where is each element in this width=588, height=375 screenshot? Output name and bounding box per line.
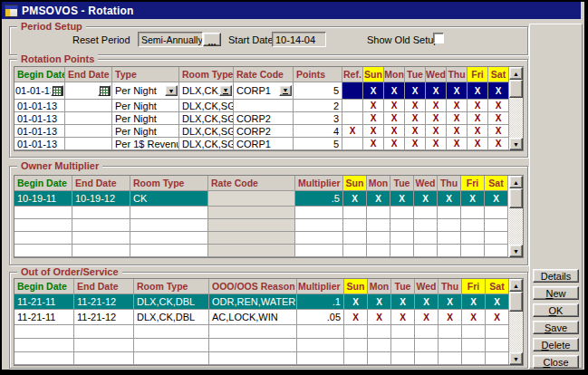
day-cell-sat[interactable]: X	[488, 100, 509, 112]
points-cell[interactable]: 5	[294, 138, 342, 150]
day-cell-sat[interactable]: X	[485, 191, 508, 207]
room-type-cell[interactable]: CK	[130, 191, 208, 207]
rate-code-cell[interactable]: CORP1 ▼	[234, 82, 294, 100]
end-date-cell[interactable]: 11-21-12	[74, 310, 134, 325]
scroll-down-icon[interactable]: ▼	[509, 352, 523, 365]
type-cell[interactable]: Per Night	[112, 125, 179, 138]
day-cell-mon[interactable]: X	[384, 125, 405, 138]
day-cell-fri[interactable]: X	[468, 125, 488, 138]
day-cell-sat[interactable]: X	[486, 294, 509, 310]
delete-button[interactable]: Delete	[533, 338, 579, 351]
day-cell-mon[interactable]: X	[384, 138, 405, 150]
begin-date-cell[interactable]: 11-21-11	[14, 294, 74, 310]
reset-period-field[interactable]: Semi-Annually	[138, 32, 203, 47]
rate-code-cell[interactable]	[208, 191, 295, 207]
close-button[interactable]: Close	[533, 355, 579, 369]
rate-code-cell[interactable]: CORP2	[234, 112, 294, 125]
begin-date-cell[interactable]: 01-01-13	[14, 138, 65, 150]
day-cell-thu[interactable]: X	[438, 191, 461, 207]
calendar-button[interactable]	[98, 85, 111, 96]
scroll-down-icon[interactable]: ▼	[509, 138, 523, 150]
day-cell-wed[interactable]: X	[415, 310, 439, 325]
room-type-cell[interactable]: DLX,CK,SGK,KO	[179, 112, 234, 125]
type-cell[interactable]: Per Night	[112, 112, 179, 125]
scroll-down-icon[interactable]: ▼	[509, 245, 523, 257]
lov-button[interactable]: ▼	[219, 85, 232, 96]
rotation-scrollbar[interactable]: ▲ ▼	[509, 67, 523, 150]
chevron-down-icon[interactable]: ▼	[165, 85, 178, 96]
day-cell-tue[interactable]: X	[405, 125, 426, 138]
day-cell-wed[interactable]: X	[426, 138, 447, 150]
points-cell[interactable]: 3	[294, 112, 342, 125]
rate-code-cell[interactable]: CORP1	[234, 138, 294, 150]
new-button[interactable]: New	[533, 286, 579, 300]
begin-date-cell[interactable]: 01-01-13	[14, 100, 65, 112]
day-cell-fri[interactable]: X	[468, 112, 488, 125]
room-type-cell[interactable]: DLX,CK,SGK,KO ▼	[179, 82, 234, 100]
day-cell-mon[interactable]: X	[384, 82, 405, 100]
day-cell-sun[interactable]: X	[344, 310, 368, 325]
scrollbar-thumb[interactable]	[509, 188, 523, 208]
day-cell-wed[interactable]: X	[426, 82, 447, 100]
day-cell-sun[interactable]: X	[343, 191, 367, 207]
points-cell[interactable]: 5	[294, 82, 342, 100]
day-cell-sat[interactable]: X	[486, 310, 509, 325]
day-cell-sat[interactable]: X	[488, 82, 509, 100]
end-date-cell[interactable]: 10-19-12	[72, 191, 130, 207]
day-cell-wed[interactable]: X	[426, 112, 447, 125]
day-cell-tue[interactable]: X	[405, 82, 426, 100]
room-type-cell[interactable]: DLX,CK,SGK,KO	[179, 125, 234, 138]
day-cell-thu[interactable]: X	[447, 125, 468, 138]
day-cell-sun[interactable]: X	[363, 138, 384, 150]
begin-date-cell[interactable]: 11-21-11	[14, 310, 74, 325]
day-cell-thu[interactable]: X	[439, 294, 462, 310]
multiplier-cell[interactable]: .1	[297, 294, 344, 310]
rate-code-cell[interactable]: CORP2	[234, 125, 294, 138]
scroll-up-icon[interactable]: ▲	[509, 67, 523, 80]
room-type-cell[interactable]: DLX,CK,DBL	[134, 310, 209, 325]
ooo-scrollbar[interactable]: ▲ ▼	[509, 279, 523, 365]
type-cell[interactable]: Per 1$ Revenue	[112, 138, 179, 150]
day-cell-tue[interactable]: X	[391, 310, 415, 325]
day-cell-thu[interactable]: X	[447, 138, 468, 150]
room-type-cell[interactable]: DLX,CK,SGK,KO	[179, 138, 234, 150]
scroll-up-icon[interactable]: ▲	[509, 176, 523, 188]
rate-code-cell[interactable]	[234, 100, 294, 112]
day-cell-thu[interactable]: X	[447, 112, 468, 125]
owner-scrollbar[interactable]: ▲ ▼	[509, 176, 523, 257]
ref-cell[interactable]	[342, 100, 363, 112]
day-cell-sun[interactable]: X	[344, 294, 368, 310]
scrollbar-thumb[interactable]	[509, 80, 523, 98]
day-cell-wed[interactable]: X	[414, 191, 438, 207]
day-cell-sat[interactable]: X	[488, 112, 509, 125]
lov-button[interactable]: ▼	[279, 85, 292, 96]
multiplier-cell[interactable]: .05	[297, 310, 344, 325]
room-type-cell[interactable]: DLX,CK,DBL	[134, 294, 209, 310]
reason-cell[interactable]: ODR,REN,WATER	[209, 294, 297, 310]
scrollbar-thumb[interactable]	[509, 292, 523, 312]
day-cell-wed[interactable]: X	[426, 100, 447, 112]
day-cell-sun[interactable]: X	[363, 82, 384, 100]
begin-date-cell[interactable]: 01-01-13	[14, 112, 65, 125]
day-cell-wed[interactable]: X	[415, 294, 439, 310]
ok-button[interactable]: OK	[533, 303, 579, 317]
day-cell-sun[interactable]: X	[363, 125, 384, 138]
day-cell-sun[interactable]: X	[363, 100, 384, 112]
ref-cell[interactable]: X	[342, 125, 363, 138]
start-date-field[interactable]: 10-14-04	[272, 32, 326, 47]
day-cell-mon[interactable]: X	[368, 294, 391, 310]
begin-date-cell[interactable]: 01-01-13	[14, 125, 65, 138]
begin-date-cell[interactable]: 01-01-13	[14, 82, 65, 100]
scroll-up-icon[interactable]: ▲	[509, 279, 523, 292]
save-button[interactable]: Save	[533, 321, 579, 334]
day-cell-tue[interactable]: X	[390, 191, 414, 207]
day-cell-wed[interactable]: X	[426, 125, 447, 138]
type-cell[interactable]: Per Night	[112, 100, 179, 112]
ref-cell[interactable]	[342, 82, 363, 100]
end-date-cell[interactable]	[65, 125, 112, 138]
day-cell-sun[interactable]: X	[363, 112, 384, 125]
day-cell-fri[interactable]: X	[461, 191, 485, 207]
multiplier-cell[interactable]: .5	[295, 191, 343, 207]
day-cell-fri[interactable]: X	[468, 100, 488, 112]
details-button[interactable]: Details	[533, 269, 579, 283]
